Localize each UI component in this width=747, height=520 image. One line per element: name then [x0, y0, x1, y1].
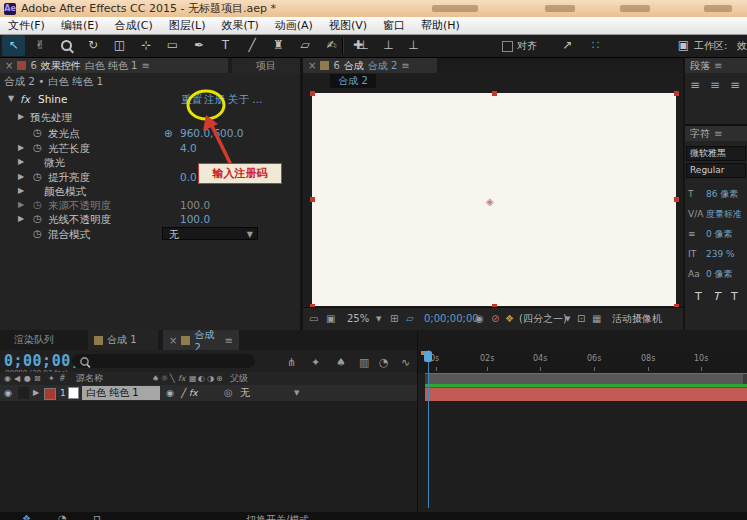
tracking-value[interactable]: 0 像素	[706, 226, 733, 242]
refresh-icon[interactable]: ◔	[58, 513, 67, 520]
transparency-grid-icon[interactable]: ▦	[592, 308, 601, 330]
tab-render-queue[interactable]: 渲染队列	[8, 330, 60, 350]
workspace-value[interactable]: 效	[737, 35, 747, 57]
stopwatch-icon[interactable]: ◷	[33, 141, 42, 155]
chevron-right-icon[interactable]: ▶	[18, 170, 24, 184]
axis-mode-world-icon[interactable]: ⊥	[377, 35, 400, 56]
graph-editor-icon[interactable]: ∿	[401, 356, 410, 369]
chevron-right-icon[interactable]: ▶	[18, 198, 24, 212]
tracker-icon[interactable]: ↗	[556, 35, 579, 56]
panel-menu-icon[interactable]: ≡	[142, 60, 150, 71]
register-link[interactable]: 注册	[204, 91, 225, 107]
panel-menu-icon[interactable]: ≡	[714, 60, 722, 71]
align-center-button[interactable]: ≡	[710, 78, 720, 92]
menu-composition[interactable]: 合成(C)	[106, 18, 160, 33]
parent-column[interactable]: 父级	[230, 372, 248, 385]
workspace-icon[interactable]: ▣	[672, 35, 695, 56]
work-area-bar[interactable]	[425, 373, 747, 384]
align-left-button[interactable]: ≡	[690, 78, 700, 92]
font-family-dropdown[interactable]: 微软雅黑	[686, 146, 746, 161]
hide-shy-layers-icon[interactable]: ♠	[336, 356, 346, 369]
parent-dropdown-value[interactable]: 无	[240, 385, 250, 401]
chevron-down-icon[interactable]: ▼	[8, 91, 14, 107]
align-right-button[interactable]: ≡	[730, 78, 740, 92]
selection-handle[interactable]	[492, 91, 497, 96]
playhead-handle[interactable]	[424, 351, 432, 362]
selection-handle[interactable]	[674, 197, 679, 202]
close-icon[interactable]: ×	[169, 335, 177, 346]
comp-mini-flowchart-icon[interactable]: ⋔	[287, 356, 296, 369]
tab-effect-controls[interactable]: × 6 效果控件 白色 纯色 1 ≡	[0, 58, 228, 73]
channels-icon[interactable]: ⊘	[491, 308, 499, 330]
tab-comp-1[interactable]: 合成 1	[88, 330, 158, 350]
quality-switch[interactable]: ◉	[166, 385, 174, 401]
baseline-shift-value[interactable]: 0 像素	[706, 266, 733, 282]
property-value[interactable]: 0.0	[180, 170, 197, 184]
about-link[interactable]: 关于 ...	[228, 91, 262, 107]
font-style-dropdown[interactable]: Regular	[686, 163, 746, 178]
menu-layer[interactable]: 图层(L)	[161, 18, 214, 33]
menu-help[interactable]: 帮助(H)	[413, 18, 468, 33]
preview-timecode[interactable]: 0;00;00;00	[424, 308, 479, 330]
anchor-point-icon[interactable]: ◈	[486, 196, 494, 207]
reset-link[interactable]: 重置	[181, 91, 202, 107]
stopwatch-icon[interactable]: ◷	[33, 198, 42, 212]
workspace-label[interactable]: 工作区:	[694, 35, 727, 57]
panel-menu-icon[interactable]: ≡	[225, 335, 233, 346]
source-name-column[interactable]: 源名称	[76, 372, 103, 385]
eraser-tool-icon[interactable]: ▱	[294, 35, 317, 56]
selection-handle[interactable]	[310, 197, 315, 202]
color-management-icon[interactable]: ❖	[505, 308, 514, 330]
close-icon[interactable]: ×	[308, 60, 316, 71]
parent-pickwhip-icon[interactable]: ◎	[224, 385, 233, 401]
lock-icon[interactable]: 6	[333, 60, 339, 71]
lock-icon[interactable]: ⊓	[93, 513, 101, 520]
property-value[interactable]: 100.0	[180, 212, 210, 226]
snap-checkbox[interactable]	[502, 41, 513, 52]
frame-blending-icon[interactable]: ▥	[359, 356, 369, 369]
panel-menu-icon[interactable]: ≡	[401, 60, 409, 71]
motion-blur-icon[interactable]: ◔	[379, 356, 389, 369]
chevron-right-icon[interactable]: ▶	[18, 184, 24, 198]
shape-tool-icon[interactable]: ▭	[161, 35, 184, 56]
axis-mode-local-icon[interactable]: ⊥	[352, 35, 375, 56]
camera-tool-icon[interactable]: ◫	[108, 35, 131, 56]
composition-viewer[interactable]: 合成 2 ◈	[303, 73, 683, 307]
tab-character[interactable]: 字符 ≡	[685, 126, 747, 141]
axis-mode-view-icon[interactable]: ⊥	[402, 35, 425, 56]
stopwatch-icon[interactable]: ◷	[33, 126, 42, 140]
time-ruler[interactable]: 0s 02s 04s 06s 08s 10s	[418, 350, 747, 373]
chevron-down-icon[interactable]: ▼	[376, 308, 381, 330]
chevron-down-icon[interactable]: ▼	[294, 385, 299, 401]
zoom-tool-icon[interactable]	[55, 35, 78, 56]
menu-edit[interactable]: 编辑(E)	[53, 18, 107, 33]
all-caps-button[interactable]: T	[731, 290, 738, 303]
draft-3d-icon[interactable]: ✦	[311, 356, 320, 369]
stopwatch-icon[interactable]: ◷	[33, 212, 42, 226]
menu-animation[interactable]: 动画(A)	[267, 18, 321, 33]
tab-comp-2[interactable]: × 合成 2 ≡	[163, 330, 239, 350]
lock-icon[interactable]: 6	[30, 60, 36, 71]
region-of-interest-icon[interactable]: ⊡	[577, 308, 585, 330]
selection-tool-icon[interactable]: ↖	[2, 35, 25, 56]
hand-tool-icon[interactable]: ✌	[29, 35, 52, 56]
layer-duration-bar[interactable]	[425, 387, 747, 401]
always-preview-icon[interactable]: ▭	[309, 308, 318, 330]
faux-bold-button[interactable]: T	[695, 290, 702, 303]
layer-label-chip[interactable]	[44, 388, 56, 400]
chevron-down-icon[interactable]: ▼	[565, 308, 570, 330]
flowchart-icon[interactable]: ❖	[22, 513, 31, 520]
vertical-scale-value[interactable]: 239 %	[706, 246, 735, 262]
selection-handle[interactable]	[310, 91, 315, 96]
toggle-switches-label[interactable]: 切换开关/模式	[246, 513, 309, 520]
kerning-value[interactable]: 度量标准	[706, 206, 742, 222]
layer-row[interactable]: ◉ ▶ 1 白色 纯色 1 ◉ ╱ fx ◎ 无 ▼	[0, 385, 418, 401]
tab-composition[interactable]: × 6 合成 合成 2 ≡	[303, 58, 437, 73]
menu-view[interactable]: 视图(V)	[321, 18, 375, 33]
panel-menu-icon[interactable]: ≡	[714, 128, 722, 139]
primary-viewer-icon[interactable]: ▣	[326, 308, 335, 330]
property-value[interactable]: 4.0	[180, 141, 197, 155]
close-icon[interactable]: ×	[5, 60, 13, 71]
effect-name[interactable]: Shine	[38, 91, 67, 107]
brush-tool-icon[interactable]: ╱	[241, 35, 264, 56]
